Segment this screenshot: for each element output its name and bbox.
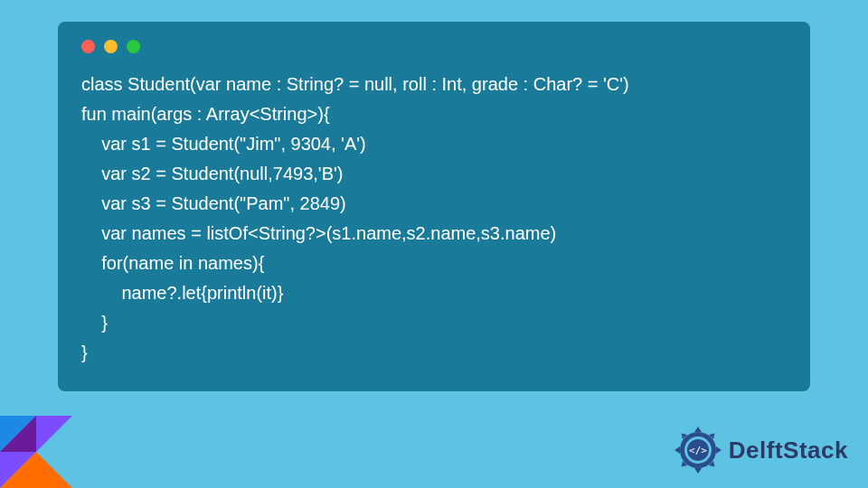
- svg-text:</>: </>: [689, 445, 707, 456]
- delftstack-logo: </> DelftStack: [673, 425, 848, 475]
- window-controls: [81, 40, 787, 53]
- svg-marker-7: [716, 446, 722, 454]
- close-icon: [81, 40, 95, 53]
- minimize-icon: [104, 40, 118, 53]
- kotlin-logo-icon: [0, 416, 72, 488]
- code-block: class Student(var name : String? = null,…: [81, 70, 787, 368]
- maximize-icon: [127, 40, 140, 53]
- svg-marker-5: [694, 468, 702, 474]
- gear-icon: </>: [673, 425, 723, 475]
- svg-marker-6: [675, 446, 680, 454]
- brand-name: DelftStack: [729, 436, 848, 465]
- svg-marker-4: [694, 427, 702, 432]
- code-window: class Student(var name : String? = null,…: [58, 22, 810, 391]
